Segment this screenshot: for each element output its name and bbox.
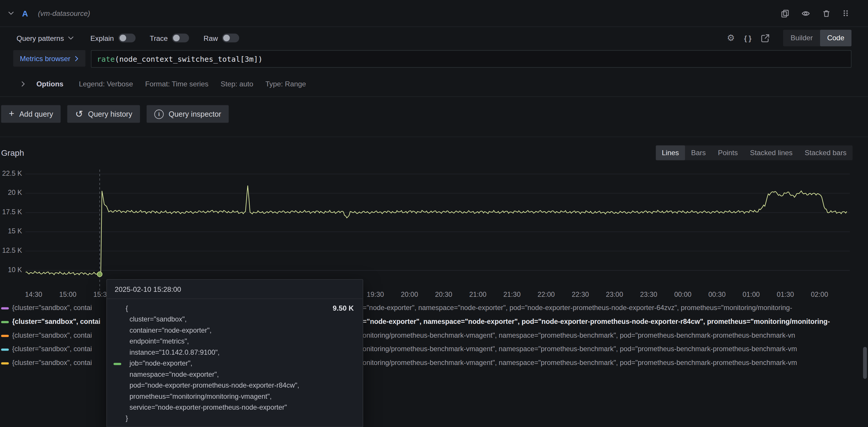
legend-label-left[interactable]: {cluster="sandbox", contai bbox=[12, 359, 106, 367]
viz-mode-points[interactable]: Points bbox=[712, 145, 744, 160]
x-axis-tick: 15:00 bbox=[54, 291, 82, 298]
legend-series-marker bbox=[1, 307, 9, 309]
tooltip-series-marker bbox=[114, 363, 121, 365]
viz-mode-stacked-lines[interactable]: Stacked lines bbox=[744, 145, 799, 160]
grafana-explore-panel: A (vm-datasource) Query patterns Explain bbox=[0, 0, 868, 427]
legend-series-marker bbox=[1, 321, 9, 323]
tooltip-timestamp: 2025-02-10 15:28:00 bbox=[107, 280, 362, 299]
y-axis-tick: 10 K bbox=[0, 266, 22, 273]
x-axis-tick: 00:30 bbox=[703, 291, 731, 298]
graph-header: Graph Lines Bars Points Stacked lines St… bbox=[0, 144, 868, 161]
query-history-button[interactable]: ↺ Query history bbox=[67, 105, 140, 123]
viz-mode-bars[interactable]: Bars bbox=[685, 145, 712, 160]
query-header-actions bbox=[781, 9, 848, 17]
chevron-right-icon bbox=[74, 55, 79, 61]
scrollbar-thumb[interactable] bbox=[863, 347, 867, 379]
x-axis-tick: 23:00 bbox=[601, 291, 628, 298]
x-axis-tick: 21:30 bbox=[498, 291, 526, 298]
editor-mode-group: Builder Code bbox=[783, 30, 851, 46]
tooltip-series-label: { cluster="sandbox", container="node-exp… bbox=[126, 303, 355, 424]
options-summary: Legend: Verbose Format: Time series Step… bbox=[79, 79, 306, 88]
legend-label-left[interactable]: {cluster="sandbox", contai bbox=[12, 345, 106, 353]
legend-label-right[interactable]: ="node-exporter", namespace="node-export… bbox=[363, 304, 854, 311]
viz-mode-stacked-bars[interactable]: Stacked bars bbox=[799, 145, 852, 160]
tooltip-body: 9.50 K { cluster="sandbox", container="n… bbox=[107, 299, 362, 427]
trace-label: Trace bbox=[150, 34, 168, 42]
info-icon: i bbox=[154, 109, 164, 119]
screenshot-stage: A (vm-datasource) Query patterns Explain bbox=[0, 0, 868, 427]
x-axis-tick: 19:30 bbox=[362, 291, 389, 298]
hovered-point bbox=[97, 272, 102, 277]
timeseries-chart[interactable] bbox=[0, 165, 851, 294]
query-inspector-button[interactable]: i Query inspector bbox=[147, 105, 229, 123]
raw-label: Raw bbox=[204, 34, 218, 42]
explain-toggle-item: Explain bbox=[90, 33, 135, 42]
explain-label: Explain bbox=[90, 34, 114, 42]
query-ref-id[interactable]: A bbox=[22, 8, 28, 18]
duplicate-query-icon[interactable] bbox=[781, 9, 789, 17]
hide-response-eye-icon[interactable] bbox=[801, 9, 810, 17]
actions-row: + Add query ↺ Query history i Query insp… bbox=[0, 97, 868, 131]
explain-toggle[interactable] bbox=[118, 33, 135, 42]
x-axis-tick: 01:30 bbox=[772, 291, 799, 298]
x-axis-tick: 20:30 bbox=[430, 291, 457, 298]
x-axis-tick: 02:00 bbox=[806, 291, 833, 298]
viz-mode-group: Lines Bars Points Stacked lines Stacked … bbox=[656, 145, 852, 160]
chevron-down-icon bbox=[68, 36, 74, 40]
query-editor-row: Metrics browser rate(node_context_switch… bbox=[0, 49, 868, 71]
legend-series-marker bbox=[1, 335, 9, 337]
raw-toggle[interactable] bbox=[222, 33, 240, 42]
query-inspector-label: Query inspector bbox=[168, 110, 221, 118]
code-mode-button[interactable]: Code bbox=[820, 30, 851, 46]
collapse-query-icon[interactable] bbox=[8, 11, 14, 15]
remove-query-trash-icon[interactable] bbox=[822, 9, 830, 17]
options-row: Options Legend: Verbose Format: Time ser… bbox=[0, 71, 868, 97]
x-axis-tick: 21:00 bbox=[464, 291, 492, 298]
legend-label-left[interactable]: {cluster="sandbox", contai bbox=[12, 318, 106, 325]
y-axis-tick: 20 K bbox=[0, 189, 22, 197]
x-axis-tick: 23:30 bbox=[635, 291, 662, 298]
y-axis-tick: 17.5 K bbox=[0, 208, 22, 216]
format-option: Format: Time series bbox=[145, 79, 209, 88]
braces-format-icon[interactable]: { } bbox=[744, 34, 752, 42]
x-axis-tick: 20:00 bbox=[396, 291, 423, 298]
settings-gear-icon[interactable]: ⚙ bbox=[727, 33, 735, 42]
options-chevron-right-icon[interactable] bbox=[21, 80, 25, 87]
query-patterns-dropdown[interactable]: Query patterns bbox=[17, 34, 74, 42]
legend-label-right[interactable]: onitoring/prometheus-benchmark-vmagent",… bbox=[363, 345, 854, 353]
legend-label-right[interactable]: onitoring/prometheus-benchmark-vmagent",… bbox=[363, 331, 854, 339]
trace-toggle[interactable] bbox=[172, 33, 189, 42]
x-axis-tick: 01:00 bbox=[737, 291, 765, 298]
add-query-button[interactable]: + Add query bbox=[1, 105, 61, 123]
plus-icon: + bbox=[9, 109, 14, 119]
toggle-group: Explain Trace Raw bbox=[90, 33, 240, 42]
more-options-icon[interactable] bbox=[843, 9, 848, 17]
viz-mode-lines[interactable]: Lines bbox=[656, 145, 685, 160]
x-axis-tick: 14:30 bbox=[20, 291, 48, 298]
query-header-row: A (vm-datasource) bbox=[0, 0, 868, 27]
legend-series-marker bbox=[1, 362, 9, 364]
legend-label-left[interactable]: {cluster="sandbox", contai bbox=[12, 331, 106, 339]
metrics-browser-button[interactable]: Metrics browser bbox=[13, 50, 85, 67]
query-history-label: Query history bbox=[88, 110, 132, 118]
y-axis-tick: 22.5 K bbox=[0, 170, 22, 177]
y-axis-tick: 12.5 K bbox=[0, 247, 22, 254]
tooltip-value: 9.50 K bbox=[333, 304, 354, 312]
query-function-token: rate bbox=[97, 54, 115, 63]
query-patterns-label: Query patterns bbox=[17, 34, 64, 42]
query-text-token: (node_context_switches_total[3m]) bbox=[115, 54, 263, 63]
toolbar-right-group: ⚙ { } Builder Code bbox=[727, 30, 851, 46]
legend-label-left[interactable]: {cluster="sandbox", contai bbox=[12, 304, 106, 311]
x-axis-tick: 22:30 bbox=[566, 291, 594, 298]
options-label[interactable]: Options bbox=[36, 79, 64, 88]
legend-label-right[interactable]: onitoring/prometheus-benchmark-vmagent",… bbox=[363, 359, 854, 367]
promql-query-input[interactable]: rate(node_context_switches_total[3m]) bbox=[91, 50, 851, 68]
graph-title: Graph bbox=[1, 148, 24, 157]
external-link-icon[interactable] bbox=[761, 34, 770, 42]
legend-option: Legend: Verbose bbox=[79, 79, 133, 88]
legend-label-right[interactable]: ="node-exporter", namespace="node-export… bbox=[363, 318, 854, 325]
graph-area: 22.5 K20 K17.5 K15 K12.5 K10 K 14:3015:0… bbox=[0, 165, 868, 427]
builder-mode-button[interactable]: Builder bbox=[783, 30, 820, 46]
type-option: Type: Range bbox=[265, 79, 306, 88]
history-icon: ↺ bbox=[75, 109, 83, 119]
